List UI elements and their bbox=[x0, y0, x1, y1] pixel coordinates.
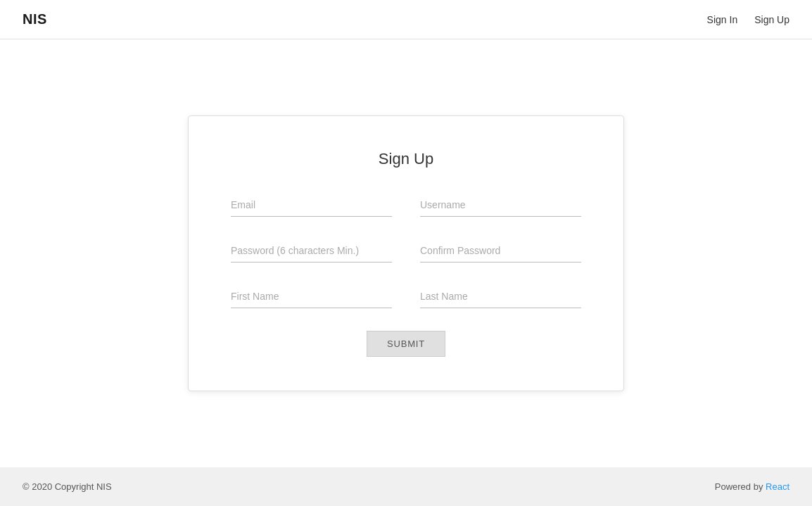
password-input[interactable] bbox=[231, 239, 392, 263]
confirm-password-field-wrapper bbox=[420, 239, 581, 263]
app-header: NIS Sign In Sign Up bbox=[0, 0, 812, 39]
footer-copyright: © 2020 Copyright NIS bbox=[23, 481, 112, 492]
signup-form-card: Sign Up bbox=[188, 115, 624, 391]
password-field-wrapper bbox=[231, 239, 392, 263]
last-name-input[interactable] bbox=[420, 285, 581, 308]
form-row-name bbox=[231, 285, 581, 308]
email-input[interactable] bbox=[231, 194, 392, 217]
powered-by-label: Powered by bbox=[715, 481, 766, 492]
app-footer: © 2020 Copyright NIS Powered by React bbox=[0, 467, 812, 506]
react-link[interactable]: React bbox=[766, 481, 789, 492]
main-content: Sign Up bbox=[0, 39, 812, 467]
sign-in-nav-link[interactable]: Sign In bbox=[707, 14, 738, 25]
email-field-wrapper bbox=[231, 194, 392, 217]
username-field-wrapper bbox=[420, 194, 581, 217]
username-input[interactable] bbox=[420, 194, 581, 217]
last-name-field-wrapper bbox=[420, 285, 581, 308]
signup-form: SUBMIT bbox=[231, 194, 581, 357]
first-name-input[interactable] bbox=[231, 285, 392, 308]
header-nav: Sign In Sign Up bbox=[707, 14, 789, 25]
submit-button[interactable]: SUBMIT bbox=[367, 331, 445, 357]
app-logo: NIS bbox=[23, 11, 47, 27]
form-row-email-username bbox=[231, 194, 581, 217]
form-title: Sign Up bbox=[231, 150, 581, 168]
footer-powered-by: Powered by React bbox=[715, 481, 789, 492]
form-row-password bbox=[231, 239, 581, 263]
sign-up-nav-link[interactable]: Sign Up bbox=[754, 14, 789, 25]
submit-row: SUBMIT bbox=[231, 331, 581, 357]
confirm-password-input[interactable] bbox=[420, 239, 581, 263]
first-name-field-wrapper bbox=[231, 285, 392, 308]
